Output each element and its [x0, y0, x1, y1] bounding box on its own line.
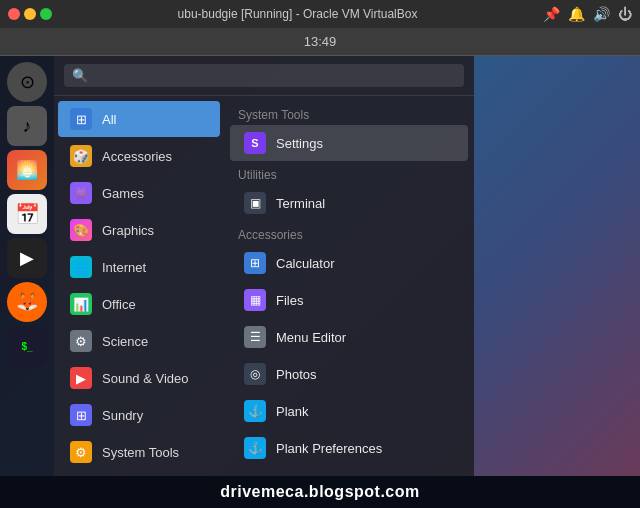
category-office-label: Office [102, 297, 136, 312]
sound-video-icon: ▶ [70, 367, 92, 389]
search-icon: 🔍 [72, 68, 88, 83]
category-internet[interactable]: 🌐 Internet [58, 249, 220, 285]
app-settings-label: Settings [276, 136, 323, 151]
app-plank-label: Plank [276, 404, 309, 419]
menu-editor-icon: ☰ [244, 326, 266, 348]
calculator-icon: ⊞ [244, 252, 266, 274]
window-controls[interactable] [8, 8, 52, 20]
categories-list: ⊞ All 🎲 Accessories 👾 Games 🎨 Graphics 🌐 [54, 96, 224, 476]
category-games-label: Games [102, 186, 144, 201]
vm-area: ⊙ ♪ 🌅 📅 ▶ 🦊 $_ 🔍 ⊞ All 🎲 [0, 56, 640, 476]
plank-icon: ⚓ [244, 400, 266, 422]
minimize-button[interactable] [24, 8, 36, 20]
dock-item-firefox[interactable]: 🦊 [7, 282, 47, 322]
app-terminal-label: Terminal [276, 196, 325, 211]
maximize-button[interactable] [40, 8, 52, 20]
app-files-label: Files [276, 293, 303, 308]
terminal-icon: ▣ [244, 192, 266, 214]
plank-preferences-icon: ⚓ [244, 437, 266, 459]
sundry-icon: ⊞ [70, 404, 92, 426]
category-sound-video[interactable]: ▶ Sound & Video [58, 360, 220, 396]
system-tools-icon: ⚙ [70, 441, 92, 463]
app-calculator-label: Calculator [276, 256, 335, 271]
category-all[interactable]: ⊞ All [58, 101, 220, 137]
category-graphics-label: Graphics [102, 223, 154, 238]
app-plank[interactable]: ⚓ Plank [230, 393, 468, 429]
app-plank-preferences-label: Plank Preferences [276, 441, 382, 456]
accessories-icon: 🎲 [70, 145, 92, 167]
app-files[interactable]: ▦ Files [230, 282, 468, 318]
apps-panel: System Tools S Settings Utilities ▣ Term… [224, 96, 474, 476]
category-accessories[interactable]: 🎲 Accessories [58, 138, 220, 174]
notification-icon: 🔔 [568, 6, 585, 22]
files-icon: ▦ [244, 289, 266, 311]
app-menu-editor[interactable]: ☰ Menu Editor [230, 319, 468, 355]
category-administration[interactable]: S Administration [58, 471, 220, 476]
category-accessories-label: Accessories [102, 149, 172, 164]
window-title: ubu-budgie [Running] - Oracle VM Virtual… [58, 7, 537, 21]
app-settings[interactable]: S Settings [230, 125, 468, 161]
app-terminal[interactable]: ▣ Terminal [230, 185, 468, 221]
graphics-icon: 🎨 [70, 219, 92, 241]
app-menu: 🔍 ⊞ All 🎲 Accessories 👾 Games [54, 56, 474, 476]
clock: 13:49 [304, 34, 337, 49]
app-photos[interactable]: ◎ Photos [230, 356, 468, 392]
menu-content: ⊞ All 🎲 Accessories 👾 Games 🎨 Graphics 🌐 [54, 96, 474, 476]
volume-icon: 🔊 [593, 6, 610, 22]
dock-item-photos[interactable]: 🌅 [7, 150, 47, 190]
dock-item-terminal[interactable]: $_ [7, 326, 47, 366]
pin-icon: 📌 [543, 6, 560, 22]
category-sound-video-label: Sound & Video [102, 371, 189, 386]
all-icon: ⊞ [70, 108, 92, 130]
app-calculator[interactable]: ⊞ Calculator [230, 245, 468, 281]
category-graphics[interactable]: 🎨 Graphics [58, 212, 220, 248]
category-office[interactable]: 📊 Office [58, 286, 220, 322]
power-icon: ⏻ [618, 6, 632, 22]
category-system-tools-label: System Tools [102, 445, 179, 460]
search-bar: 🔍 [54, 56, 474, 96]
office-icon: 📊 [70, 293, 92, 315]
app-menu-editor-label: Menu Editor [276, 330, 346, 345]
category-science-label: Science [102, 334, 148, 349]
category-all-label: All [102, 112, 116, 127]
dock-item-home[interactable]: ⊙ [7, 62, 47, 102]
section-header-system-tools: System Tools [224, 102, 474, 124]
dock-item-calendar[interactable]: 📅 [7, 194, 47, 234]
category-system-tools[interactable]: ⚙ System Tools [58, 434, 220, 470]
search-input-wrap[interactable]: 🔍 [64, 64, 464, 87]
science-icon: ⚙ [70, 330, 92, 352]
dock-item-music[interactable]: ♪ [7, 106, 47, 146]
watermark-text: drivemeca.blogspot.com [220, 483, 420, 501]
dock: ⊙ ♪ 🌅 📅 ▶ 🦊 $_ [0, 56, 54, 476]
category-science[interactable]: ⚙ Science [58, 323, 220, 359]
watermark-bar: drivemeca.blogspot.com [0, 476, 640, 508]
category-sundry-label: Sundry [102, 408, 143, 423]
internet-icon: 🌐 [70, 256, 92, 278]
vm-topbar: 13:49 [0, 28, 640, 56]
category-sundry[interactable]: ⊞ Sundry [58, 397, 220, 433]
app-plank-preferences[interactable]: ⚓ Plank Preferences [230, 430, 468, 466]
dock-item-media[interactable]: ▶ [7, 238, 47, 278]
app-photos-label: Photos [276, 367, 316, 382]
section-header-accessories: Accessories [224, 222, 474, 244]
category-games[interactable]: 👾 Games [58, 175, 220, 211]
search-input[interactable] [94, 68, 456, 83]
titlebar-right-icons: 📌 🔔 🔊 ⏻ [543, 6, 632, 22]
titlebar: ubu-budgie [Running] - Oracle VM Virtual… [0, 0, 640, 28]
category-internet-label: Internet [102, 260, 146, 275]
close-button[interactable] [8, 8, 20, 20]
settings-icon: S [244, 132, 266, 154]
games-icon: 👾 [70, 182, 92, 204]
photos-icon: ◎ [244, 363, 266, 385]
section-header-utilities: Utilities [224, 162, 474, 184]
